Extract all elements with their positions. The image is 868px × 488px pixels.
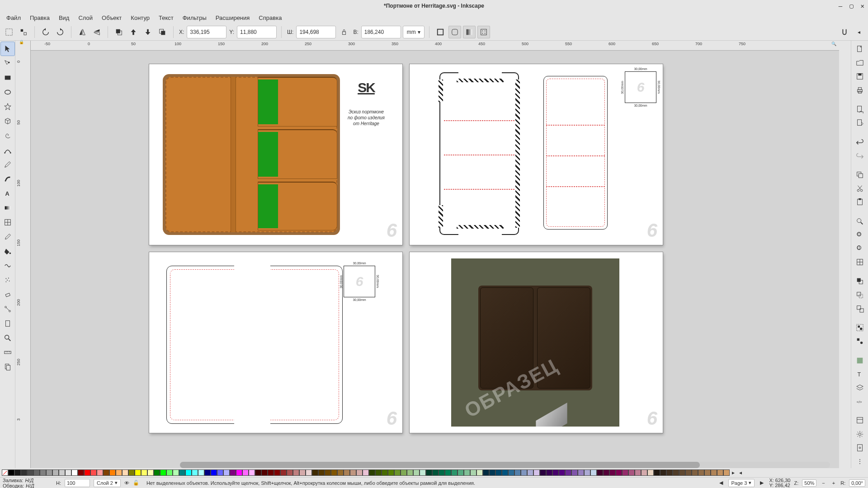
dimension-box-p3[interactable]: 30,00mm 30,00mm 30,00mm 30,00mm 6 (344, 266, 375, 297)
swatch[interactable] (147, 469, 154, 476)
ungroup-button[interactable] (853, 335, 867, 347)
swatch[interactable] (90, 469, 97, 476)
swatch[interactable] (78, 469, 84, 476)
rect-tool[interactable] (1, 71, 14, 84)
swatch[interactable] (135, 469, 141, 476)
swatch[interactable] (318, 469, 325, 476)
swatch[interactable] (274, 469, 280, 476)
palette-scroll-right[interactable]: ▸ (730, 469, 737, 476)
swatch[interactable] (337, 469, 344, 476)
selector-tool[interactable] (1, 42, 14, 56)
raise-button[interactable] (127, 26, 140, 38)
swatch[interactable] (717, 469, 723, 476)
swatch[interactable] (635, 469, 641, 476)
dropper-tool[interactable] (1, 230, 14, 244)
lower-button[interactable] (142, 26, 154, 38)
menu-help[interactable]: Справка (254, 13, 286, 23)
swatch[interactable] (236, 469, 242, 476)
group-button[interactable] (853, 322, 867, 333)
swatch[interactable] (59, 469, 65, 476)
w-input[interactable]: 194,698 (296, 26, 336, 38)
transform-gradient-button[interactable] (463, 26, 476, 38)
select-all-layers-button[interactable] (3, 26, 15, 38)
star-tool[interactable] (1, 100, 14, 113)
swatch[interactable] (445, 469, 451, 476)
page-next-button[interactable]: ▶ (758, 480, 765, 486)
swatch[interactable] (458, 469, 464, 476)
canvas[interactable]: SK Эскиз портмоне по фото изделия от Her… (31, 51, 839, 468)
swatch[interactable] (489, 469, 495, 476)
swatch[interactable] (293, 469, 299, 476)
swatch[interactable] (470, 469, 476, 476)
swatch[interactable] (255, 469, 261, 476)
mesh-tool[interactable] (1, 216, 14, 229)
paintbucket-tool[interactable] (1, 244, 14, 258)
gradient-tool[interactable] (1, 201, 14, 215)
swatch[interactable] (160, 469, 166, 476)
swatch[interactable] (230, 469, 236, 476)
swatch[interactable] (508, 469, 514, 476)
swatch[interactable] (350, 469, 356, 476)
swatch[interactable] (565, 469, 571, 476)
swatch[interactable] (704, 469, 711, 476)
swatch[interactable] (8, 469, 14, 476)
swatch[interactable] (375, 469, 382, 476)
swatch[interactable] (495, 469, 502, 476)
swatch[interactable] (109, 469, 116, 476)
swatch[interactable] (647, 469, 654, 476)
page1-text-block[interactable]: SK Эскиз портмоне по фото изделия от Her… (339, 80, 393, 127)
wallet-mockup[interactable] (163, 74, 340, 235)
unlink-clone-button[interactable] (853, 303, 867, 314)
page-4[interactable]: ОБРАЗЕЦ 6 (410, 252, 663, 433)
fill-stroke-indicator[interactable]: Заливка:Н/Д Обводка:Н/Д (3, 478, 52, 488)
swatch[interactable] (559, 469, 565, 476)
swatch[interactable] (616, 469, 622, 476)
pattern-piece-a[interactable] (439, 72, 519, 235)
swatch[interactable] (217, 469, 223, 476)
swatch[interactable] (363, 469, 369, 476)
swatch[interactable] (268, 469, 274, 476)
swatch[interactable] (685, 469, 692, 476)
swatch[interactable] (660, 469, 666, 476)
swatch[interactable] (287, 469, 293, 476)
palette-menu[interactable]: ◂ (737, 469, 744, 476)
ellipse-tool[interactable] (1, 85, 14, 99)
page-2[interactable]: 30,00mm 30,00mm 30,00mm 30,00mm 6 6 (410, 64, 663, 245)
swatch[interactable] (71, 469, 78, 476)
flip-vertical-button[interactable] (90, 26, 103, 38)
selectors-dialog-button[interactable] (853, 414, 867, 426)
clone-button[interactable] (853, 289, 867, 301)
swatch[interactable] (597, 469, 603, 476)
pages-tool[interactable] (1, 360, 14, 374)
swatch[interactable] (514, 469, 521, 476)
lpe-tool[interactable] (1, 317, 14, 330)
menu-extensions[interactable]: Расширения (211, 13, 255, 23)
x-input[interactable]: 336,195 (187, 26, 226, 38)
lock-guides-icon[interactable]: 🔒 (19, 40, 24, 44)
connector-tool[interactable] (1, 302, 14, 316)
text-dialog-button[interactable]: T (853, 368, 867, 380)
fill-stroke-dialog-button[interactable] (853, 355, 867, 366)
swatch[interactable] (679, 469, 685, 476)
opacity-input[interactable]: 100 (65, 479, 90, 487)
menu-file[interactable]: Файл (2, 13, 25, 23)
swatch[interactable] (211, 469, 217, 476)
swatch[interactable] (723, 469, 730, 476)
swatch[interactable] (65, 469, 71, 476)
swatch[interactable] (14, 469, 21, 476)
swatch[interactable] (173, 469, 179, 476)
lower-bottom-button[interactable] (156, 26, 169, 38)
swatch[interactable] (27, 469, 33, 476)
swatch[interactable] (356, 469, 363, 476)
measure-tool[interactable] (1, 346, 14, 359)
cut-button[interactable] (853, 183, 867, 194)
3dbox-tool[interactable] (1, 114, 14, 128)
swatch[interactable] (502, 469, 508, 476)
swatch[interactable] (641, 469, 647, 476)
swatch[interactable] (84, 469, 90, 476)
swatch[interactable] (388, 469, 394, 476)
eraser-tool[interactable] (1, 288, 14, 301)
page-selector[interactable]: Page 3▾ (728, 479, 755, 487)
swatch[interactable] (185, 469, 192, 476)
import-button[interactable] (853, 103, 867, 115)
